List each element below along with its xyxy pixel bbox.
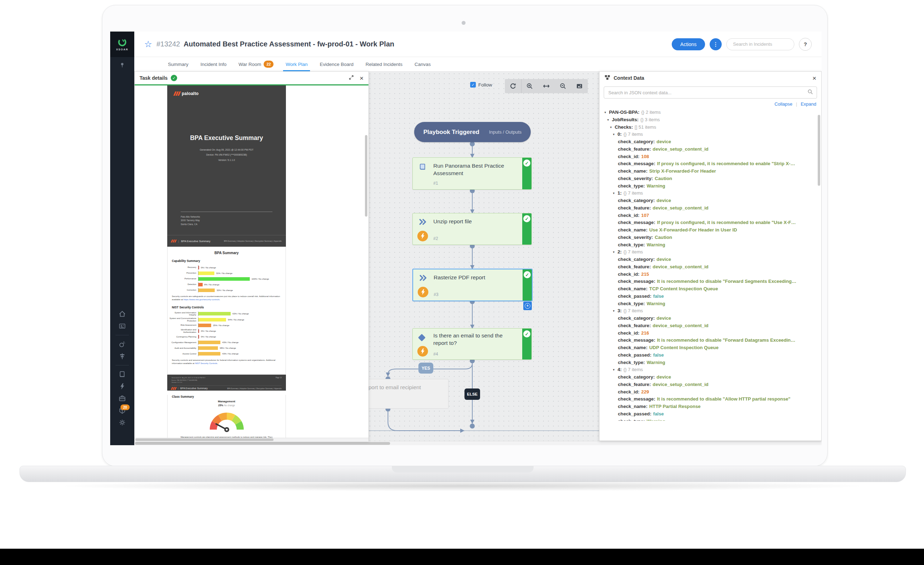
close-panel-icon[interactable]: × [360,75,363,81]
completed-check-icon: ✓ [523,331,530,337]
vertical-scrollbar[interactable] [365,135,368,216]
task-status-strip: ✓ [523,269,532,301]
branch-label-yes[interactable]: YES [418,363,433,374]
tab-work-plan[interactable]: Work Plan [279,57,314,71]
nist-link[interactable]: NIST Security Controls. [195,362,218,364]
laptop-frame: XSOAR 20 ☆ #13242 Automated Best Practic… [102,5,828,466]
tree-field: check_message:If proxy is configured, it… [600,160,821,168]
bar-row: Prevention31% / No change [168,271,285,275]
bar-row: Access Control43% / No change [168,352,285,356]
laptop-shadow [53,481,872,491]
tree-field: check_type:Warning [600,300,821,308]
canvas-toolbar [505,79,588,93]
sidebar-threat-signpost-icon[interactable] [118,352,126,360]
management-gauge [168,408,285,433]
refresh-icon[interactable] [505,79,522,93]
tree-node[interactable]: ▾3:{} 7 items [600,307,821,315]
automation-bolt-icon [417,346,428,356]
export-image-icon[interactable] [571,79,588,93]
sidebar: XSOAR 20 [110,32,134,445]
task-node-3[interactable]: Rasterize PDF report #3 ✓ + [412,269,532,301]
tree-node[interactable]: ▾0:{} 7 items [600,131,821,138]
context-data-panel: Context Data × Collapse | Expand [599,71,822,441]
paloalto-logo: paloalto [167,86,286,96]
search-input[interactable] [732,41,788,47]
tree-field: check_type:Warning [600,241,821,249]
zoom-out-icon[interactable] [555,79,572,93]
collapse-link[interactable]: Collapse [774,101,792,107]
capability-heading: Capability Summary [172,259,285,263]
more-menu-button[interactable]: ⋮ [710,38,722,50]
completed-check-icon: ✓ [524,271,531,278]
class-summary-heading: Class Summary [172,395,285,398]
tree-field: check_passed:false [600,352,821,359]
tree-field: check_category:device [600,256,821,263]
actions-button[interactable]: Actions [672,38,705,50]
tree-field: check_name:HTTP Partial Response [600,403,821,410]
capability-link[interactable]: https://www.nist.gov/security-controls. [183,298,220,301]
tree-field: check_category:device [600,315,821,322]
context-search[interactable] [604,87,817,99]
fit-width-icon[interactable] [538,79,555,93]
sidebar-jobs-briefcase-icon[interactable] [118,395,126,402]
tab-incident-info[interactable]: Incident Info [195,57,233,71]
pdf-preview[interactable]: paloalto BPA Executive Summary Generated… [135,86,369,438]
task-node-1[interactable]: Run Panorama Best Practice Assessment #1… [412,157,532,189]
tree-node[interactable]: ▾4:{} 7 items [600,366,821,374]
tree-node[interactable]: ▾JobResults:{} 3 items [600,116,821,124]
tree-node[interactable]: ▾PAN-OS-BPA:{} 2 items [600,109,821,116]
expand-link[interactable]: Expand [801,101,816,107]
condition-node-4[interactable]: Is there an email to send the report to?… [412,328,532,360]
tree-node[interactable]: ▾1:{} 7 items [600,189,821,197]
sidebar-settings-gear-icon[interactable] [118,419,126,427]
tree-node[interactable]: ▾2:{} 7 items [600,248,821,256]
sidebar-incidents-bomb-icon[interactable] [118,340,126,348]
pdf-meta: Generated On: Aug 09, 2021 @ 12:44:00 PM… [167,147,286,163]
tree-field: check_type:Warning [600,183,821,190]
branch-label-else[interactable]: ELSE [465,388,480,400]
tab-canvas[interactable]: Canvas [408,57,437,71]
chevrons-icon [419,275,427,282]
close-panel-icon[interactable]: × [812,75,816,81]
task-number: #3 [434,292,438,297]
add-task-badge[interactable]: + [523,302,532,310]
sidebar-automation-bolt-icon[interactable] [118,382,126,390]
task-status-strip: ✓ [522,329,531,359]
zoom-in-icon[interactable] [522,79,538,93]
sidebar-dashboard-icon[interactable] [118,322,126,330]
panel-title: Task details [140,75,168,81]
favorite-star-icon[interactable]: ☆ [144,40,152,48]
sidebar-marketplace-cube-icon[interactable]: 20 [118,407,126,414]
bar-row: Contingency Planning0% / No change [168,335,285,339]
sidebar-home-icon[interactable] [118,310,126,318]
follow-checkbox[interactable]: ✓ [470,82,476,87]
tab-summary[interactable]: Summary [162,57,195,71]
tab-related-incidents[interactable]: Related Incidents [360,57,408,71]
xsoar-logo[interactable]: XSOAR [110,32,134,57]
task-title: port to email recipient [369,384,421,391]
task-number: #2 [433,236,438,241]
follow-toggle[interactable]: ✓ Follow [470,82,492,87]
help-button[interactable]: ? [799,38,812,51]
tab-war-room[interactable]: War Room22 [232,57,279,71]
tree-field: check_name:Strip X-Forwarded-For Header [600,168,821,175]
horizontal-scrollbar[interactable] [135,438,369,442]
context-search-input[interactable] [608,90,807,96]
sidebar-playbooks-book-icon[interactable] [118,370,126,378]
trigger-inputs-outputs-link[interactable]: Inputs / Outputs [489,129,522,135]
vertical-scrollbar[interactable] [818,115,820,186]
incident-id: #13242 [156,40,180,48]
task-node-2[interactable]: Unzip report file #2 ✓ [412,213,532,245]
expand-panel-icon[interactable] [349,75,354,81]
tree-field: check_id:108 [600,153,821,161]
incident-search[interactable] [726,38,794,50]
task-title: Is there an email to send the report to? [433,332,518,347]
tree-field: check_passed:false [600,293,821,300]
pin-icon[interactable] [110,62,134,68]
task-title: Run Panorama Best Practice Assessment [433,162,518,177]
completed-check-icon: ✓ [523,159,530,167]
playbook-trigger-node[interactable]: Playbook Triggered Inputs / Outputs [414,122,531,142]
tab-evidence-board[interactable]: Evidence Board [314,57,359,71]
xsoar-logo-icon [118,38,127,47]
tree-node[interactable]: ▾Checks:[] 51 items [600,124,821,131]
